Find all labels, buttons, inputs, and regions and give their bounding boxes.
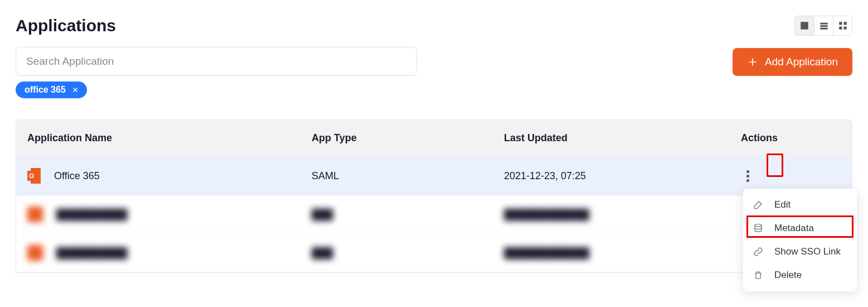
dropdown-item-delete[interactable]: Delete (743, 263, 857, 287)
view-layout-button[interactable] (795, 16, 814, 35)
table-row: ██████████ ███ ████████████ (16, 234, 852, 272)
layout-icon (799, 21, 809, 31)
app-updated: ████████████ (504, 247, 741, 259)
dropdown-item-edit[interactable]: Edit (743, 193, 857, 217)
app-name: Office 365 (54, 170, 100, 182)
app-type: ███ (312, 247, 504, 259)
add-application-button[interactable]: Add Application (733, 48, 852, 76)
app-type: SAML (312, 170, 504, 182)
office-365-icon (27, 168, 41, 184)
view-list-button[interactable] (814, 16, 833, 35)
view-toggle-group (794, 16, 852, 36)
pencil-icon (753, 200, 763, 210)
add-application-label: Add Application (765, 56, 838, 68)
page-title: Applications (16, 16, 116, 35)
actions-dropdown: Edit Metadata Show SSO Link Delete (743, 189, 857, 291)
filter-chip[interactable]: office 365 (16, 81, 87, 98)
column-header-actions: Actions (741, 132, 841, 144)
app-updated: ████████████ (504, 209, 741, 220)
filter-chip-label: office 365 (25, 85, 66, 95)
app-icon (27, 245, 43, 261)
table-row[interactable]: Office 365 SAML 2021-12-23, 07:25 (16, 157, 852, 195)
table-header: Application Name App Type Last Updated A… (16, 120, 852, 157)
column-header-type: App Type (312, 132, 504, 144)
link-icon (753, 247, 763, 257)
column-header-name: Application Name (27, 132, 312, 144)
table-row: ██████████ ███ ████████████ (16, 195, 852, 234)
dropdown-label: Delete (774, 270, 802, 281)
actions-menu-button[interactable] (741, 169, 754, 183)
column-header-updated: Last Updated (504, 132, 741, 144)
search-input[interactable] (16, 47, 417, 76)
grid-icon (838, 21, 848, 31)
app-updated: 2021-12-23, 07:25 (504, 170, 741, 182)
applications-table: Application Name App Type Last Updated A… (16, 119, 852, 273)
app-name: ██████████ (56, 247, 128, 259)
database-icon (753, 223, 763, 233)
svg-point-0 (755, 224, 762, 227)
dropdown-item-metadata[interactable]: Metadata (743, 217, 857, 240)
view-grid-button[interactable] (833, 16, 852, 35)
dropdown-item-show-sso[interactable]: Show SSO Link (743, 240, 857, 263)
app-type: ███ (312, 209, 504, 220)
app-name: ██████████ (56, 209, 128, 220)
dropdown-label: Edit (774, 199, 791, 210)
dropdown-label: Show SSO Link (774, 246, 841, 257)
trash-icon (753, 270, 763, 280)
plus-icon (747, 56, 758, 68)
list-icon (819, 21, 829, 31)
dropdown-label: Metadata (774, 223, 814, 234)
close-icon[interactable] (71, 86, 79, 94)
app-icon (27, 207, 43, 222)
